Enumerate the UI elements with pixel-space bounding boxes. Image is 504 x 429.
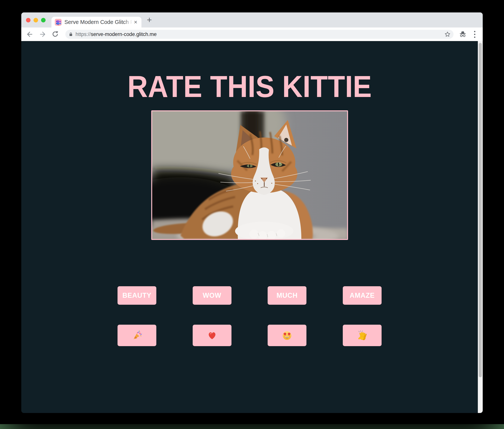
cat-photo-illustration <box>152 111 347 239</box>
address-bar[interactable]: https://serve-modern-code.glitch.me <box>65 30 453 39</box>
reload-icon[interactable] <box>51 30 59 38</box>
browser-window: Serve Modern Code Glitch Play × + https:… <box>21 12 483 413</box>
tab-close-icon[interactable]: × <box>132 17 139 27</box>
amaze-button[interactable]: AMAZE <box>343 286 382 305</box>
url-scheme: https:// <box>75 31 91 37</box>
page-content: RATE THIS KITTIE <box>21 41 478 413</box>
incognito-profile-icon[interactable] <box>459 30 467 38</box>
page-viewport: RATE THIS KITTIE <box>21 41 483 413</box>
minimize-window-button[interactable] <box>34 18 38 22</box>
red-heart-emoji <box>207 330 217 340</box>
tab-title-wrap: Serve Modern Code Glitch Play <box>64 17 132 27</box>
clapping-hands-button[interactable] <box>343 325 382 346</box>
url-text: https://serve-modern-code.glitch.me <box>75 31 157 37</box>
zoom-window-button[interactable] <box>41 18 45 22</box>
close-window-button[interactable] <box>26 18 30 22</box>
tab-title: Serve Modern Code Glitch Play <box>64 19 132 25</box>
tab-strip: Serve Modern Code Glitch Play × + <box>21 12 483 27</box>
much-button[interactable]: MUCH <box>268 286 306 305</box>
beauty-button-label: BEAUTY <box>122 292 152 299</box>
new-tab-button[interactable]: + <box>145 16 153 24</box>
rating-buttons-row: BEAUTY WOW MUCH AMAZE <box>117 286 382 305</box>
tab-title-fade <box>124 17 132 27</box>
forward-icon[interactable] <box>39 30 46 38</box>
desktop-background-strip <box>0 424 504 429</box>
kittie-photo <box>151 110 348 240</box>
browser-toolbar: https://serve-modern-code.glitch.me <box>21 27 483 41</box>
url-host: serve-modern-code.glitch.me <box>91 31 157 37</box>
page-title: RATE THIS KITTIE <box>21 69 478 104</box>
wow-button[interactable]: WOW <box>193 286 232 305</box>
heart-eyes-emoji <box>282 330 292 340</box>
beauty-button[interactable]: BEAUTY <box>117 286 156 305</box>
glitch-fish-favicon <box>55 19 62 26</box>
tab-serve-modern-code[interactable]: Serve Modern Code Glitch Play × <box>51 17 141 27</box>
red-heart-button[interactable] <box>193 325 232 346</box>
page-scrollbar-thumb[interactable] <box>479 43 482 377</box>
back-icon[interactable] <box>26 30 33 38</box>
amaze-button-label: AMAZE <box>350 292 375 299</box>
heart-eyes-button[interactable] <box>268 325 306 346</box>
bookmark-star-icon[interactable] <box>444 31 450 37</box>
page-scrollbar-track <box>478 41 483 413</box>
clapping-hands-emoji <box>357 330 367 340</box>
chrome-menu-icon[interactable] <box>471 30 478 38</box>
wow-button-label: WOW <box>203 292 221 299</box>
much-button-label: MUCH <box>277 292 297 299</box>
lock-icon[interactable] <box>69 32 73 36</box>
emoji-buttons-row <box>117 325 382 346</box>
party-popper-button[interactable] <box>117 325 156 346</box>
party-popper-emoji <box>132 330 142 340</box>
